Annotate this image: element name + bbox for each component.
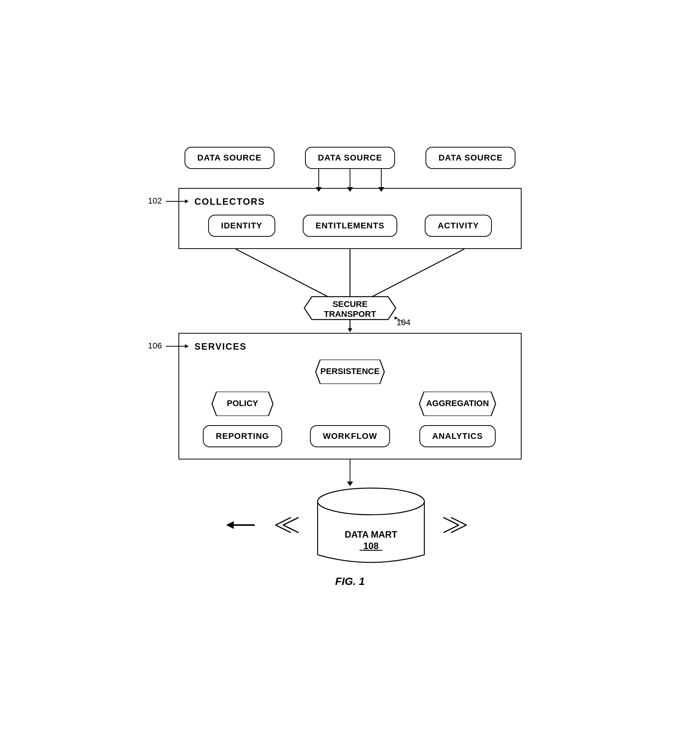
- persistence-row: PERSISTENCE: [194, 360, 506, 384]
- left-double-arrow: [226, 514, 257, 536]
- aggregation-shape: AGGREGATION: [412, 392, 503, 418]
- analytics-shape: ANALYTICS: [419, 425, 496, 447]
- data-mart-cylinder: DATA MART 108: [314, 482, 428, 568]
- workflow-shape: WORKFLOW: [310, 425, 390, 447]
- architecture-diagram: DATA SOURCE DATA SOURCE DATA SOURCE 102: [140, 147, 560, 588]
- arrow-ds3-to-collectors: [381, 169, 382, 188]
- figure-caption: FIG. 1: [335, 575, 365, 588]
- svg-marker-13: [348, 328, 352, 332]
- services-row1: POLICY AGGREGATION: [194, 392, 506, 418]
- data-source-1: DATA SOURCE: [185, 147, 275, 169]
- services-label: SERVICES: [194, 341, 506, 352]
- collector-identity: IDENTITY: [208, 215, 275, 237]
- collectors-to-transport-connector: SECURE TRANSPORT 104: [178, 249, 522, 333]
- arrow-services-to-datamart: [350, 459, 350, 482]
- collector-entitlements: ENTITLEMENTS: [303, 215, 398, 237]
- arrow-ds2-to-collectors: [350, 169, 350, 188]
- data-source-2: DATA SOURCE: [305, 147, 395, 169]
- svg-text:SECURE: SECURE: [332, 299, 368, 309]
- data-sources-row: DATA SOURCE DATA SOURCE DATA SOURCE: [185, 147, 516, 169]
- svg-point-26: [318, 488, 424, 515]
- svg-text:POLICY: POLICY: [227, 398, 258, 408]
- collectors-section: 102 COLLECTORS IDENTITY ENTITLEMENTS ACT…: [178, 188, 522, 249]
- collectors-items: IDENTITY ENTITLEMENTS ACTIVITY: [194, 215, 506, 237]
- cylinder-svg: DATA MART 108: [314, 482, 428, 566]
- svg-marker-22: [226, 521, 255, 529]
- svg-text:TRANSPORT: TRANSPORT: [324, 309, 376, 319]
- reporting-shape: REPORTING: [203, 425, 282, 447]
- collectors-box: COLLECTORS IDENTITY ENTITLEMENTS ACTIVIT…: [178, 188, 522, 249]
- data-mart-section: DATA MART 108: [226, 482, 474, 568]
- right-arrow-icon: [443, 514, 474, 536]
- data-source-3: DATA SOURCE: [425, 147, 515, 169]
- collectors-label: COLLECTORS: [194, 196, 506, 207]
- services-box: SERVICES PERSISTENCE: [178, 333, 522, 459]
- collector-activity: ACTIVITY: [425, 215, 492, 237]
- svg-text:PERSISTENCE: PERSISTENCE: [320, 366, 379, 376]
- services-section: 106 SERVICES PERSISTENCE: [178, 333, 522, 459]
- svg-text:DATA MART: DATA MART: [345, 529, 398, 540]
- svg-text:108: 108: [363, 541, 379, 551]
- services-row2: REPORTING WORKFLOW ANALYTICS: [194, 425, 506, 447]
- persistence-shape: PERSISTENCE: [308, 360, 392, 384]
- arrow-ds1-to-collectors: [318, 169, 319, 188]
- policy-shape: POLICY: [204, 392, 281, 418]
- left-arrow-icon: [268, 514, 299, 536]
- svg-text:AGGREGATION: AGGREGATION: [426, 398, 489, 408]
